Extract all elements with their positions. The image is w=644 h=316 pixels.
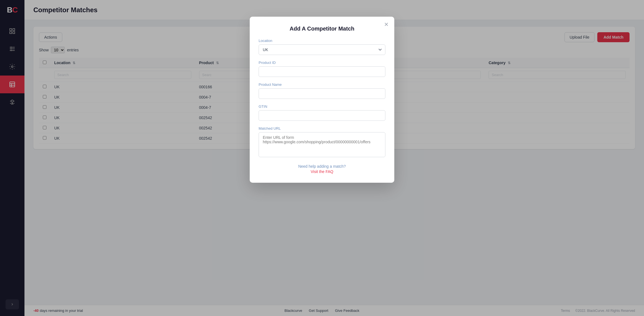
location-field-group: Location UK US DE FR: [259, 39, 385, 55]
product-name-field-group: Product Name: [259, 82, 385, 99]
matched-url-field-group: Matched URL: [259, 126, 385, 158]
modal-title: Add A Competitor Match: [259, 26, 385, 32]
location-label: Location: [259, 39, 385, 43]
matched-url-textarea[interactable]: [259, 132, 385, 157]
product-name-input[interactable]: [259, 88, 385, 99]
product-id-field-group: Product ID: [259, 61, 385, 77]
product-name-label: Product Name: [259, 82, 385, 87]
modal-overlay[interactable]: Add A Competitor Match ✕ Location UK US …: [24, 0, 644, 316]
product-id-label: Product ID: [259, 61, 385, 65]
gtin-field-group: GTIN: [259, 104, 385, 121]
gtin-label: GTIN: [259, 104, 385, 109]
product-id-input[interactable]: [259, 66, 385, 77]
add-competitor-match-modal: Add A Competitor Match ✕ Location UK US …: [250, 17, 394, 183]
modal-close-button[interactable]: ✕: [384, 21, 389, 28]
faq-section: Need help adding a match? Visit the FAQ: [259, 164, 385, 174]
gtin-input[interactable]: [259, 110, 385, 121]
location-select[interactable]: UK US DE FR: [259, 44, 385, 55]
faq-link[interactable]: Visit the FAQ: [259, 169, 385, 174]
matched-url-label: Matched URL: [259, 126, 385, 131]
main-content: Competitor Matches Actions Upload File A…: [24, 0, 644, 316]
faq-text: Need help adding a match?: [298, 164, 346, 169]
